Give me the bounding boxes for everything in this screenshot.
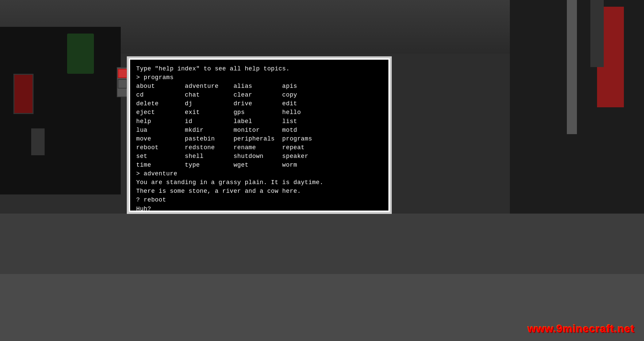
terminal-line-line6: delete dj drive edit xyxy=(136,99,382,108)
terminal-line-line10: move pastebin peripherals programs xyxy=(136,134,382,143)
terminal-window: Type "help index" to see all help topics… xyxy=(127,56,392,214)
watermark: www.9minecraft.net xyxy=(528,323,635,335)
terminal-screen[interactable]: Type "help index" to see all help topics… xyxy=(130,60,388,211)
terminal-line-line4: about adventure alias apis xyxy=(136,82,382,91)
terminal-line-line11: reboot redstone rename repeat xyxy=(136,143,382,152)
terminal-line-line1: Type "help index" to see all help topics… xyxy=(136,64,382,73)
terminal-line-line7: eject exit gps hello xyxy=(136,108,382,117)
right-building xyxy=(510,0,644,235)
terminal-line-line9: lua mkdir monitor motd xyxy=(136,126,382,134)
left-building xyxy=(0,27,121,194)
pipe-structure xyxy=(567,0,577,134)
cc-icon-1 xyxy=(118,69,127,78)
terminal-line-line14: > adventure xyxy=(136,169,382,178)
cc-icon-2 xyxy=(118,79,127,89)
red-block xyxy=(13,74,34,114)
terminal-line-line18: Huh? xyxy=(136,205,382,211)
cc-side-panel xyxy=(117,67,128,97)
dark-accent xyxy=(590,0,604,67)
ground xyxy=(0,214,644,341)
terminal-line-line15: You are standing in a grassy plain. It i… xyxy=(136,178,382,187)
terminal-line-line17: ? reboot xyxy=(136,195,382,204)
terminal-line-line12: set shell shutdown speaker xyxy=(136,152,382,161)
terminal-line-line8: help id label list xyxy=(136,117,382,126)
terminal-line-line13: time type wget worm xyxy=(136,161,382,169)
terminal-line-line5: cd chat clear copy xyxy=(136,91,382,99)
terminal-line-line16: There is some stone, a river and a cow h… xyxy=(136,187,382,195)
symbol xyxy=(31,128,45,155)
terminal-line-line3: > programs xyxy=(136,73,382,82)
tree xyxy=(67,34,94,74)
